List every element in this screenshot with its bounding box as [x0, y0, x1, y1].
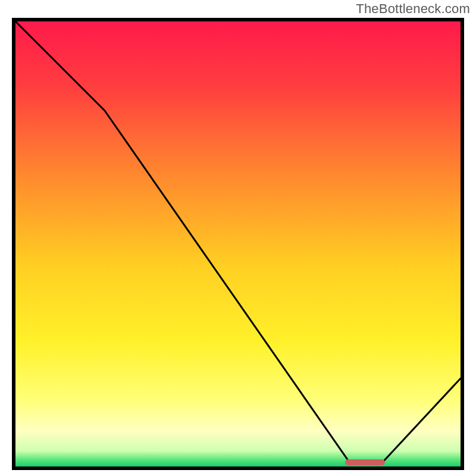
plot-area — [12, 18, 464, 470]
curve-polyline — [15, 21, 461, 463]
attribution-text: TheBottleneck.com — [356, 1, 470, 17]
chart-container: TheBottleneck.com — [0, 0, 476, 476]
sweet-spot-marker — [345, 459, 385, 465]
bottleneck-curve — [15, 21, 461, 466]
